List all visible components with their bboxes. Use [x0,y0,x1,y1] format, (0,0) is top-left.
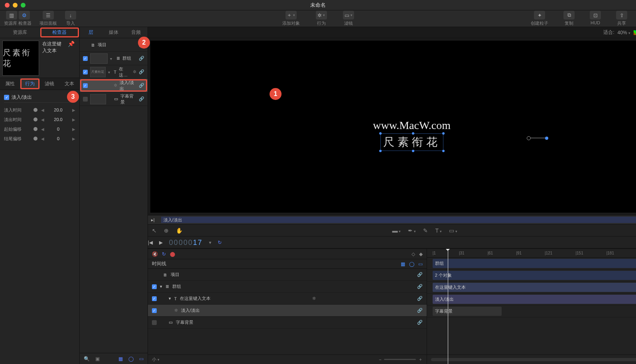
timeline-row-group[interactable]: ✓ ▾ ≣ 群组 🔗 [148,281,427,293]
rectangle-tool[interactable]: ▬ [392,227,401,234]
canvas-text-object[interactable]: 尺素衔花 [380,133,443,151]
keyframe-toggle-icon[interactable]: ◯ [409,261,414,267]
visibility-checkbox[interactable] [152,320,157,325]
animation-path-handle[interactable] [527,136,548,140]
link-icon[interactable]: 🔗 [139,83,144,88]
decrement-button[interactable]: ◀ [41,108,44,112]
mask-tool[interactable]: ▭ [449,227,457,234]
layer-group[interactable]: ✓ ▾ ≣ 群组 🔗 [80,52,148,65]
brush-tool[interactable]: ✎ [423,227,428,234]
timeline-row-project[interactable]: 🗎 项目 🔗 [148,269,427,281]
layer-text[interactable]: ✓ 尺素衔花 ▾ T 在这… ✲ 🔗 [80,65,148,79]
link-icon[interactable]: 🔗 [139,56,144,61]
increment-button[interactable]: ▶ [72,127,75,131]
disclosure-icon[interactable]: ▾ [110,57,114,61]
visibility-checkbox[interactable]: ✓ [152,284,157,289]
increment-button[interactable]: ▶ [72,137,75,141]
loop-icon[interactable]: ↻ [218,240,222,245]
tab-inspector[interactable]: 检查器 [40,27,80,38]
add-object-button[interactable]: ＋ [286,11,297,20]
clip-text[interactable]: 在这里键入文本 [433,283,636,292]
visibility-checkbox[interactable] [83,97,88,102]
layer-fade-behavior[interactable]: ✓ ✲ 淡入/淡出 🔗 [80,79,148,92]
visibility-checkbox[interactable]: ✓ [152,296,157,301]
param-slider[interactable] [33,110,34,111]
library-toggle-button[interactable]: ▥ [6,11,17,20]
decrement-button[interactable]: ◀ [41,127,44,131]
param-slider[interactable] [33,119,34,120]
tab-audio[interactable]: 音频 [125,27,148,38]
zoom-dropdown[interactable]: 40% [618,30,630,35]
disclosure-icon[interactable]: ▾ [169,296,171,301]
visibility-checkbox[interactable]: ✓ [83,83,88,88]
mini-timeline-clip[interactable]: 淡入/淡出 [161,217,636,223]
track-size-dropdown[interactable]: 小 [152,356,159,362]
in-point-icon[interactable]: ▸| [148,217,158,223]
tab-media[interactable]: 媒体 [102,27,125,38]
zoom-window-button[interactable] [21,3,26,8]
replicate-button[interactable]: ⧉ [563,11,575,20]
fit-icon[interactable]: ▣ [95,356,100,362]
zoom-slider[interactable] [384,359,416,360]
pan-tool[interactable]: ✋ [176,227,183,234]
param-value[interactable]: 20.0 [48,108,68,112]
subtab-text[interactable]: 文本 [59,78,79,90]
mute-icon[interactable]: 🔇 [152,251,158,257]
snap-right-icon[interactable]: ◆ [419,251,423,257]
param-slider[interactable] [33,129,34,130]
project-pane-button[interactable]: ☰ [43,11,54,20]
decrement-button[interactable]: ◀ [41,117,44,122]
tab-library[interactable]: 资源库 [0,27,40,38]
minimize-window-button[interactable] [13,3,18,8]
pin-icon[interactable]: 📌 [68,41,75,75]
timecode-display[interactable]: 0000017 [169,238,203,247]
playhead[interactable] [448,249,448,364]
grid-toggle-icon[interactable]: ▦ [401,261,405,267]
param-value[interactable]: 0 [48,127,68,131]
subtab-behaviors[interactable]: 行为 [20,78,40,90]
go-to-start-button[interactable]: |◀ [148,240,153,245]
canvas[interactable]: www.MacW.com 尺素衔花 [150,41,636,213]
gear-icon[interactable]: ✲ [312,296,316,301]
import-button[interactable]: ↓ [65,11,76,20]
decrement-button[interactable]: ◀ [41,137,44,141]
visibility-checkbox[interactable]: ✓ [83,56,88,61]
timeline-row-text[interactable]: ✓ ▾ T 在这里键入文本 ✲ 🔗 [148,293,427,305]
disclosure-icon[interactable]: ▾ [160,284,162,289]
zoom-out-icon[interactable]: − [379,357,381,362]
clip-fade[interactable]: 淡入/淡出 [433,295,636,304]
param-slider[interactable] [33,138,34,139]
link-icon[interactable]: 🔗 [417,272,423,277]
link-icon[interactable]: 🔗 [417,308,423,313]
share-button[interactable]: ⇧ [616,11,627,20]
snap-left-icon[interactable]: ◇ [412,251,415,257]
mask-icon[interactable]: ▭ [139,356,144,362]
link-icon[interactable]: 🔗 [417,284,423,289]
mask-toggle-icon[interactable]: ▭ [418,261,423,267]
visibility-checkbox[interactable]: ✓ [152,308,157,313]
disclosure-icon[interactable]: ▾ [108,70,112,74]
behavior-enable-checkbox[interactable]: ✓ [4,95,9,100]
behaviors-button[interactable]: ✲ [316,11,327,20]
grid-icon[interactable]: ▦ [118,356,123,362]
gear-icon[interactable]: ✲ [133,69,136,74]
param-value[interactable]: 20.0 [48,117,68,122]
circle-icon[interactable]: ◯ [128,356,134,362]
text-tool[interactable]: T [435,227,442,234]
make-particles-button[interactable]: ✦ [534,11,545,20]
clip-group[interactable]: 群组 [433,259,636,268]
select-tool[interactable]: ↖ [152,227,157,234]
subtab-properties[interactable]: 属性 [0,78,20,90]
tab-layers[interactable]: 层 [80,27,102,38]
search-icon[interactable]: 🔍 [84,356,90,362]
horizontal-scrollbar[interactable] [431,358,636,361]
hud-button[interactable]: ⊡ [590,11,601,20]
play-button[interactable]: ▶ [159,240,163,245]
timecode-dropdown[interactable]: ▾ [209,240,211,245]
param-value[interactable]: 0 [48,136,68,141]
pen-tool[interactable]: ✒ [408,227,416,234]
visibility-checkbox[interactable]: ✓ [83,70,88,74]
timeline-row-fade[interactable]: ✓ ✲ 淡入/淡出 🔗 [148,305,427,317]
clip-objects[interactable]: 2 个对象 [433,271,636,280]
timeline-ruler[interactable]: |1 |31 |61 |91 |121 |151 |181 |211 |241 [427,249,636,258]
